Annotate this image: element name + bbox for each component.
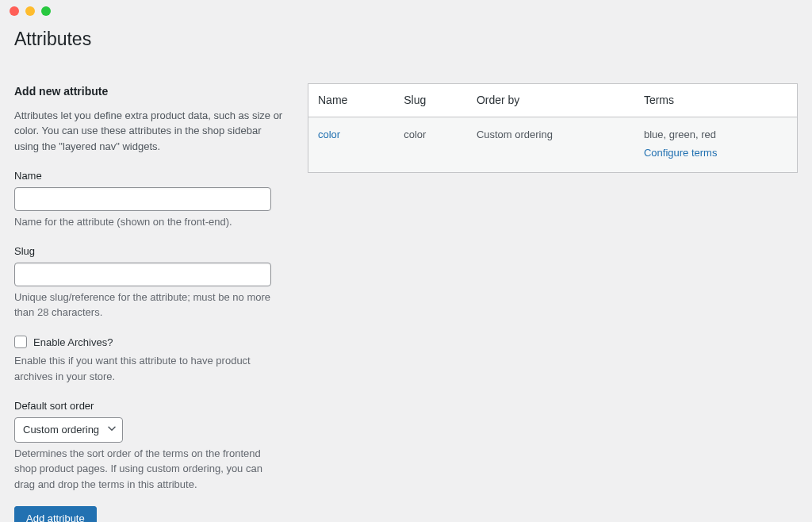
attribute-order-cell: Custom ordering <box>467 117 634 172</box>
col-header-terms: Terms <box>634 83 798 117</box>
name-input[interactable] <box>14 187 271 211</box>
attributes-table: Name Slug Order by Terms color color Cus… <box>308 83 798 173</box>
col-header-slug: Slug <box>394 83 467 117</box>
add-attribute-form: Add new attribute Attributes let you def… <box>14 83 284 523</box>
window-titlebar <box>0 0 812 22</box>
name-help: Name for the attribute (shown on the fro… <box>14 214 284 230</box>
form-intro: Attributes let you define extra product … <box>14 108 284 155</box>
app-window: Attributes Add new attribute Attributes … <box>0 0 812 522</box>
window-minimize-icon[interactable] <box>25 6 35 16</box>
col-header-order: Order by <box>467 83 634 117</box>
page-title: Attributes <box>14 25 812 53</box>
attribute-terms-list: blue, green, red <box>644 129 716 140</box>
name-label: Name <box>14 168 284 184</box>
name-field: Name Name for the attribute (shown on th… <box>14 168 284 229</box>
sort-order-label: Default sort order <box>14 398 284 414</box>
sort-order-help: Determines the sort order of the terms o… <box>14 446 284 493</box>
slug-field: Slug Unique slug/reference for the attri… <box>14 244 284 320</box>
window-maximize-icon[interactable] <box>41 6 51 16</box>
configure-terms-link[interactable]: Configure terms <box>644 145 717 161</box>
archives-field: Enable Archives? Enable this if you want… <box>14 335 284 385</box>
slug-label: Slug <box>14 244 284 259</box>
slug-input[interactable] <box>14 263 271 286</box>
attribute-name-link[interactable]: color <box>318 129 340 140</box>
attributes-table-container: Name Slug Order by Terms color color Cus… <box>308 83 798 173</box>
sort-order-select[interactable]: Custom ordering <box>14 417 123 443</box>
content-area: Add new attribute Attributes let you def… <box>0 77 812 523</box>
sort-order-field: Default sort order Custom ordering Deter… <box>14 398 284 492</box>
slug-help: Unique slug/reference for the attribute;… <box>14 290 284 320</box>
archives-label: Enable Archives? <box>33 335 113 351</box>
archives-checkbox[interactable] <box>14 336 27 348</box>
col-header-name: Name <box>308 83 395 117</box>
add-attribute-button[interactable]: Add attribute <box>14 506 97 522</box>
archives-help: Enable this if you want this attribute t… <box>14 353 284 384</box>
table-row: color color Custom ordering blue, green,… <box>308 117 798 172</box>
attribute-terms-cell: blue, green, red Configure terms <box>634 117 798 172</box>
window-close-icon[interactable] <box>10 6 19 16</box>
attribute-slug-cell: color <box>394 117 467 172</box>
form-heading: Add new attribute <box>14 83 284 100</box>
